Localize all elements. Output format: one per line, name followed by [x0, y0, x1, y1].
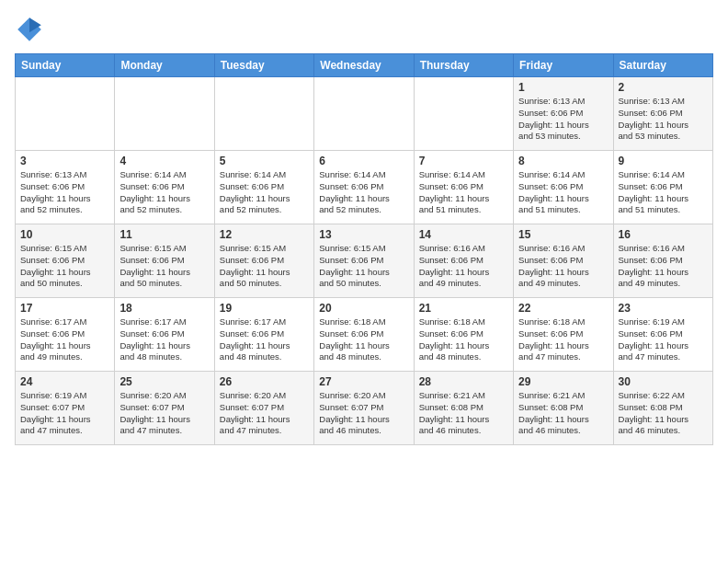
- day-info: Sunrise: 6:22 AM Sunset: 6:08 PM Dayligh…: [619, 390, 708, 437]
- day-number: 17: [20, 302, 109, 315]
- calendar-cell: 25Sunrise: 6:20 AM Sunset: 6:07 PM Dayli…: [115, 372, 214, 445]
- calendar-header-tuesday: Tuesday: [214, 54, 313, 77]
- calendar-cell: [16, 77, 115, 151]
- calendar-header-friday: Friday: [514, 54, 613, 77]
- calendar-cell: [314, 77, 414, 151]
- calendar-table: SundayMondayTuesdayWednesdayThursdayFrid…: [15, 53, 713, 445]
- calendar-cell: 12Sunrise: 6:15 AM Sunset: 6:06 PM Dayli…: [214, 224, 313, 298]
- day-number: 12: [220, 228, 309, 241]
- calendar-cell: 21Sunrise: 6:18 AM Sunset: 6:06 PM Dayli…: [414, 298, 513, 372]
- logo-icon: [15, 15, 44, 44]
- calendar-cell: 3Sunrise: 6:13 AM Sunset: 6:06 PM Daylig…: [16, 151, 115, 224]
- calendar-cell: 9Sunrise: 6:14 AM Sunset: 6:06 PM Daylig…: [613, 151, 712, 224]
- calendar-header-thursday: Thursday: [414, 54, 513, 77]
- calendar-header-wednesday: Wednesday: [314, 54, 414, 77]
- day-info: Sunrise: 6:16 AM Sunset: 6:06 PM Dayligh…: [419, 243, 508, 290]
- calendar-cell: 6Sunrise: 6:14 AM Sunset: 6:06 PM Daylig…: [314, 151, 414, 224]
- day-info: Sunrise: 6:20 AM Sunset: 6:07 PM Dayligh…: [220, 390, 309, 437]
- day-number: 7: [419, 155, 508, 167]
- calendar-cell: 7Sunrise: 6:14 AM Sunset: 6:06 PM Daylig…: [414, 151, 513, 224]
- calendar-cell: 28Sunrise: 6:21 AM Sunset: 6:08 PM Dayli…: [414, 372, 513, 445]
- day-number: 24: [20, 375, 109, 388]
- day-number: 18: [119, 302, 209, 315]
- calendar-cell: 27Sunrise: 6:20 AM Sunset: 6:07 PM Dayli…: [314, 372, 414, 445]
- day-info: Sunrise: 6:21 AM Sunset: 6:08 PM Dayligh…: [419, 390, 508, 437]
- day-number: 25: [119, 375, 209, 388]
- day-info: Sunrise: 6:14 AM Sunset: 6:06 PM Dayligh…: [119, 169, 209, 216]
- day-number: 30: [619, 375, 708, 388]
- day-number: 10: [20, 228, 109, 241]
- calendar-cell: 29Sunrise: 6:21 AM Sunset: 6:08 PM Dayli…: [514, 372, 613, 445]
- calendar-cell: 16Sunrise: 6:16 AM Sunset: 6:06 PM Dayli…: [613, 224, 712, 298]
- calendar-week-1: 3Sunrise: 6:13 AM Sunset: 6:06 PM Daylig…: [16, 151, 713, 224]
- calendar-cell: [214, 77, 313, 151]
- day-number: 21: [419, 302, 508, 315]
- calendar-cell: 11Sunrise: 6:15 AM Sunset: 6:06 PM Dayli…: [115, 224, 214, 298]
- calendar-cell: 1Sunrise: 6:13 AM Sunset: 6:06 PM Daylig…: [514, 77, 613, 151]
- day-info: Sunrise: 6:13 AM Sunset: 6:06 PM Dayligh…: [619, 96, 708, 143]
- calendar-cell: 22Sunrise: 6:18 AM Sunset: 6:06 PM Dayli…: [514, 298, 613, 372]
- day-info: Sunrise: 6:18 AM Sunset: 6:06 PM Dayligh…: [518, 316, 608, 363]
- day-info: Sunrise: 6:14 AM Sunset: 6:06 PM Dayligh…: [419, 169, 508, 216]
- day-number: 20: [319, 302, 408, 315]
- calendar-cell: 30Sunrise: 6:22 AM Sunset: 6:08 PM Dayli…: [613, 372, 712, 445]
- day-number: 8: [518, 155, 608, 167]
- calendar-week-4: 24Sunrise: 6:19 AM Sunset: 6:07 PM Dayli…: [16, 372, 713, 445]
- day-info: Sunrise: 6:21 AM Sunset: 6:08 PM Dayligh…: [518, 390, 608, 437]
- day-number: 11: [119, 228, 209, 241]
- day-info: Sunrise: 6:17 AM Sunset: 6:06 PM Dayligh…: [220, 316, 309, 363]
- day-info: Sunrise: 6:17 AM Sunset: 6:06 PM Dayligh…: [20, 316, 109, 363]
- day-number: 2: [619, 81, 708, 94]
- day-info: Sunrise: 6:16 AM Sunset: 6:06 PM Dayligh…: [518, 243, 608, 290]
- day-info: Sunrise: 6:19 AM Sunset: 6:07 PM Dayligh…: [20, 390, 109, 437]
- calendar-cell: 14Sunrise: 6:16 AM Sunset: 6:06 PM Dayli…: [414, 224, 513, 298]
- day-number: 16: [619, 228, 708, 241]
- calendar-week-0: 1Sunrise: 6:13 AM Sunset: 6:06 PM Daylig…: [16, 77, 713, 151]
- calendar-cell: 26Sunrise: 6:20 AM Sunset: 6:07 PM Dayli…: [214, 372, 313, 445]
- calendar-cell: 18Sunrise: 6:17 AM Sunset: 6:06 PM Dayli…: [115, 298, 214, 372]
- calendar-cell: 20Sunrise: 6:18 AM Sunset: 6:06 PM Dayli…: [314, 298, 414, 372]
- day-number: 3: [20, 155, 109, 167]
- day-number: 14: [419, 228, 508, 241]
- day-info: Sunrise: 6:15 AM Sunset: 6:06 PM Dayligh…: [220, 243, 309, 290]
- calendar-cell: [115, 77, 214, 151]
- day-number: 15: [518, 228, 608, 241]
- day-info: Sunrise: 6:13 AM Sunset: 6:06 PM Dayligh…: [20, 169, 109, 216]
- calendar-cell: 4Sunrise: 6:14 AM Sunset: 6:06 PM Daylig…: [115, 151, 214, 224]
- header: [15, 15, 713, 44]
- day-number: 1: [518, 81, 608, 94]
- page: SundayMondayTuesdayWednesdayThursdayFrid…: [0, 0, 728, 454]
- day-info: Sunrise: 6:15 AM Sunset: 6:06 PM Dayligh…: [20, 243, 109, 290]
- day-number: 19: [220, 302, 309, 315]
- day-info: Sunrise: 6:15 AM Sunset: 6:06 PM Dayligh…: [319, 243, 408, 290]
- day-number: 4: [119, 155, 209, 167]
- day-number: 26: [220, 375, 309, 388]
- day-number: 13: [319, 228, 408, 241]
- day-info: Sunrise: 6:14 AM Sunset: 6:06 PM Dayligh…: [619, 169, 708, 216]
- day-info: Sunrise: 6:17 AM Sunset: 6:06 PM Dayligh…: [119, 316, 209, 363]
- calendar-cell: 13Sunrise: 6:15 AM Sunset: 6:06 PM Dayli…: [314, 224, 414, 298]
- calendar-cell: 15Sunrise: 6:16 AM Sunset: 6:06 PM Dayli…: [514, 224, 613, 298]
- day-info: Sunrise: 6:14 AM Sunset: 6:06 PM Dayligh…: [518, 169, 608, 216]
- day-number: 28: [419, 375, 508, 388]
- day-number: 29: [518, 375, 608, 388]
- day-info: Sunrise: 6:19 AM Sunset: 6:06 PM Dayligh…: [619, 316, 708, 363]
- day-info: Sunrise: 6:15 AM Sunset: 6:06 PM Dayligh…: [119, 243, 209, 290]
- calendar-cell: [414, 77, 513, 151]
- calendar-cell: 23Sunrise: 6:19 AM Sunset: 6:06 PM Dayli…: [613, 298, 712, 372]
- day-number: 9: [619, 155, 708, 167]
- calendar-header-row: SundayMondayTuesdayWednesdayThursdayFrid…: [16, 54, 713, 77]
- day-info: Sunrise: 6:14 AM Sunset: 6:06 PM Dayligh…: [220, 169, 309, 216]
- calendar-header-monday: Monday: [115, 54, 214, 77]
- day-number: 27: [319, 375, 408, 388]
- day-info: Sunrise: 6:20 AM Sunset: 6:07 PM Dayligh…: [319, 390, 408, 437]
- calendar-cell: 8Sunrise: 6:14 AM Sunset: 6:06 PM Daylig…: [514, 151, 613, 224]
- logo: [15, 15, 48, 44]
- day-info: Sunrise: 6:16 AM Sunset: 6:06 PM Dayligh…: [619, 243, 708, 290]
- calendar-cell: 24Sunrise: 6:19 AM Sunset: 6:07 PM Dayli…: [16, 372, 115, 445]
- day-info: Sunrise: 6:13 AM Sunset: 6:06 PM Dayligh…: [518, 96, 608, 143]
- calendar-week-2: 10Sunrise: 6:15 AM Sunset: 6:06 PM Dayli…: [16, 224, 713, 298]
- day-number: 5: [220, 155, 309, 167]
- day-info: Sunrise: 6:14 AM Sunset: 6:06 PM Dayligh…: [319, 169, 408, 216]
- calendar-header-saturday: Saturday: [613, 54, 712, 77]
